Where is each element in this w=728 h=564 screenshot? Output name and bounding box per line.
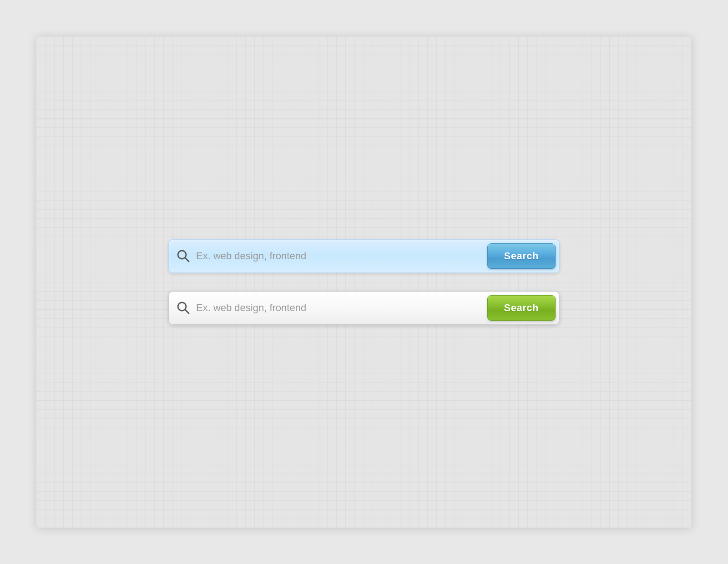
search-button-blue[interactable]: Search [487,243,556,269]
watermark-overlay [36,36,692,528]
search-icon-green [176,301,191,315]
main-canvas: Search Search [36,36,692,528]
search-button-green[interactable]: Search [487,295,556,321]
search-magnifier-icon [176,249,191,263]
search-magnifier-icon-2 [176,301,191,315]
search-input-blue[interactable] [196,247,483,265]
search-bar-blue-wrapper: Search [168,239,560,273]
search-bar-green: Search [168,291,560,325]
search-input-green[interactable] [196,299,483,317]
search-bar-green-wrapper: Search [168,291,560,325]
search-bar-blue: Search [168,239,560,273]
search-icon-blue [176,249,191,263]
svg-line-3 [185,310,189,313]
svg-line-1 [185,258,189,262]
